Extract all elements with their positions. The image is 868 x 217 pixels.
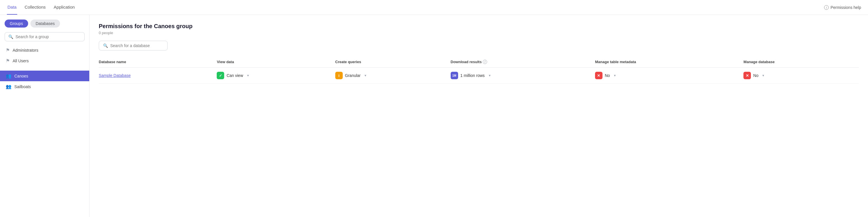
sidebar-item-canoes[interactable]: 👥 Canoes [0,71,89,81]
content-area: Permissions for the Canoes group 0 peopl… [90,15,868,217]
sidebar-toggle-row: Groups Databases [0,20,89,32]
col-manage-table-metadata: Manage table metadata [595,57,743,68]
download-results-permission: 1M 1 million rows ▾ [451,72,592,79]
db-search-icon: 🔍 [103,43,108,48]
col-download-results: Download results i [451,57,595,68]
sidebar-item-administrators[interactable]: ⚑ Administrators [0,45,89,55]
groups-toggle-button[interactable]: Groups [5,20,28,28]
database-search-box: 🔍 [99,41,167,51]
database-search-input[interactable] [110,43,163,48]
info-icon: i [824,5,829,10]
manage-database-cell: ✕ No ▾ [743,68,859,84]
view-data-badge: ✓ [217,72,224,79]
top-nav: Data Collections Application i Permissio… [0,0,868,15]
download-results-cell: 1M 1 million rows ▾ [451,68,595,84]
create-queries-label: Granular [345,73,361,78]
view-data-label: Can view [226,73,243,78]
col-db-name: Database name [99,57,217,68]
tab-collections[interactable]: Collections [24,0,46,14]
col-manage-database: Manage database [743,57,859,68]
manage-table-metadata-cell: ✕ No ▾ [595,68,743,84]
download-results-label: 1 million rows [460,73,485,78]
create-queries-badge: i [335,72,343,79]
manage-database-chevron[interactable]: ▾ [763,73,764,78]
view-data-chevron[interactable]: ▾ [247,73,249,78]
sidebar-item-sailboats[interactable]: 👥 Sailboats [0,81,89,92]
view-data-permission: ✓ Can view ▾ [217,72,332,79]
col-create-queries: Create queries [335,57,451,68]
person-group-icon: 👥 [6,84,11,89]
database-link[interactable]: Sample Database [99,73,131,78]
sidebar: Groups Databases 🔍 ⚑ Administrators ⚑ Al… [0,15,90,217]
group-icon: ⚑ [6,58,10,63]
sidebar-item-all-users[interactable]: ⚑ All Users [0,55,89,66]
people-count: 0 people [99,31,859,35]
download-results-badge: 1M [451,72,458,79]
view-data-cell: ✓ Can view ▾ [217,68,335,84]
manage-database-permission: ✕ No ▾ [743,72,856,79]
group-search-input[interactable] [16,34,81,39]
nav-tabs: Data Collections Application [7,0,75,14]
manage-metadata-permission: ✕ No ▾ [595,72,740,79]
create-queries-chevron[interactable]: ▾ [365,73,366,78]
tab-data[interactable]: Data [7,0,17,14]
page-title: Permissions for the Canoes group [99,23,859,30]
group-icon: ⚑ [6,48,10,53]
db-name-cell: Sample Database [99,68,217,84]
tab-application[interactable]: Application [53,0,75,14]
col-view-data: View data [217,57,335,68]
table-header-row: Database name View data Create queries D… [99,57,859,68]
main-layout: Groups Databases 🔍 ⚑ Administrators ⚑ Al… [0,15,868,217]
manage-database-label: No [753,73,758,78]
databases-toggle-button[interactable]: Databases [30,20,60,28]
group-search-box: 🔍 [5,32,85,41]
download-results-info-icon[interactable]: i [483,60,487,64]
manage-metadata-chevron[interactable]: ▾ [614,73,616,78]
person-group-icon: 👥 [6,73,11,79]
manage-metadata-badge: ✕ [595,72,602,79]
create-queries-cell: i Granular ▾ [335,68,451,84]
search-icon: 🔍 [8,34,13,39]
manage-database-badge: ✕ [743,72,751,79]
create-queries-permission: i Granular ▾ [335,72,447,79]
permissions-table: Database name View data Create queries D… [99,57,859,84]
manage-metadata-label: No [605,73,610,78]
download-results-chevron[interactable]: ▾ [489,73,491,78]
table-row: Sample Database ✓ Can view ▾ i Granular … [99,68,859,84]
permissions-help-link[interactable]: i Permissions help [824,5,861,10]
